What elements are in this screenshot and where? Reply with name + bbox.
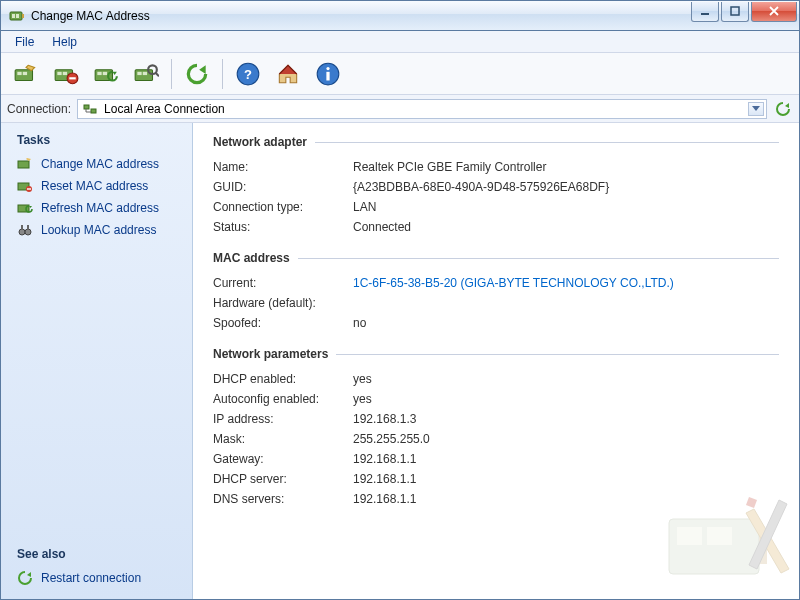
section-network-adapter: Network adapter Name:Realtek PCIe GBE Fa… [213, 135, 779, 237]
window-controls [689, 2, 797, 22]
svg-rect-9 [57, 71, 61, 74]
svg-point-23 [326, 66, 329, 69]
value-guid: {A23BDBBA-68E0-490A-9D48-575926EA68DF} [353, 180, 779, 194]
toolbar: ? [1, 53, 799, 95]
connection-value: Local Area Connection [104, 102, 225, 116]
titlebar[interactable]: Change MAC Address [1, 1, 799, 31]
seealso-header: See also [17, 547, 184, 561]
svg-rect-12 [69, 77, 76, 79]
toolbar-separator [222, 59, 223, 89]
svg-rect-2 [16, 14, 19, 18]
menubar: File Help [1, 31, 799, 53]
label-name: Name: [213, 160, 353, 174]
svg-rect-25 [84, 105, 89, 109]
value-gateway: 192.168.1.1 [353, 452, 779, 466]
value-hardware [353, 296, 779, 310]
network-icon [82, 101, 98, 117]
value-status: Connected [353, 220, 779, 234]
label-guid: GUID: [213, 180, 353, 194]
connection-row: Connection: Local Area Connection [1, 95, 799, 123]
app-icon [9, 8, 25, 24]
minimize-button[interactable] [691, 2, 719, 22]
svg-text:?: ? [244, 67, 252, 82]
label-dhcp-enabled: DHCP enabled: [213, 372, 353, 386]
section-title: MAC address [213, 251, 290, 265]
value-spoofed: no [353, 316, 779, 330]
tasks-header: Tasks [17, 133, 184, 147]
toolbar-home-button[interactable] [269, 56, 307, 92]
restart-icon [17, 570, 33, 586]
svg-rect-37 [677, 527, 702, 545]
app-window: Change MAC Address File Help ? [0, 0, 800, 600]
value-dhcp-server: 192.168.1.1 [353, 472, 779, 486]
close-button[interactable] [751, 2, 797, 22]
toolbar-change-mac-button[interactable] [7, 56, 45, 92]
value-autoconfig: yes [353, 392, 779, 406]
maximize-button[interactable] [721, 2, 749, 22]
body: Tasks Change MAC address Reset MAC addre… [1, 123, 799, 599]
sidebar-item-reset-mac[interactable]: Reset MAC address [9, 175, 184, 197]
svg-rect-36 [669, 519, 759, 574]
label-dhcp-server: DHCP server: [213, 472, 353, 486]
toolbar-about-button[interactable] [309, 56, 347, 92]
section-title: Network parameters [213, 347, 328, 361]
value-dhcp-enabled: yes [353, 372, 779, 386]
svg-rect-26 [91, 109, 96, 113]
svg-rect-6 [17, 71, 21, 74]
toolbar-lookup-mac-button[interactable] [127, 56, 165, 92]
sidebar-item-change-mac[interactable]: Change MAC address [9, 153, 184, 175]
toolbar-restart-button[interactable] [178, 56, 216, 92]
window-title: Change MAC Address [31, 9, 689, 23]
sidebar-item-restart-connection[interactable]: Restart connection [9, 567, 184, 589]
svg-rect-7 [23, 71, 27, 74]
nic-edit-icon [17, 156, 33, 172]
value-dns: 192.168.1.1 [353, 492, 779, 506]
label-autoconfig: Autoconfig enabled: [213, 392, 353, 406]
svg-rect-18 [143, 71, 147, 74]
connection-select[interactable]: Local Area Connection [77, 99, 767, 119]
toolbar-reset-mac-button[interactable] [47, 56, 85, 92]
label-mask: Mask: [213, 432, 353, 446]
sidebar: Tasks Change MAC address Reset MAC addre… [1, 123, 193, 599]
label-conntype: Connection type: [213, 200, 353, 214]
toolbar-refresh-mac-button[interactable] [87, 56, 125, 92]
sidebar-item-label: Restart connection [41, 571, 141, 585]
sidebar-item-lookup-mac[interactable]: Lookup MAC address [9, 219, 184, 241]
sidebar-item-refresh-mac[interactable]: Refresh MAC address [9, 197, 184, 219]
menu-file[interactable]: File [7, 33, 42, 51]
svg-rect-3 [701, 13, 709, 15]
nic-refresh-icon [17, 200, 33, 216]
sidebar-item-label: Change MAC address [41, 157, 159, 171]
value-current-mac[interactable]: 1C-6F-65-38-B5-20 (GIGA-BYTE TECHNOLOGY … [353, 276, 779, 290]
sidebar-item-label: Refresh MAC address [41, 201, 159, 215]
value-mask: 255.255.255.0 [353, 432, 779, 446]
svg-rect-27 [18, 161, 29, 168]
svg-rect-15 [103, 71, 107, 74]
sidebar-item-label: Reset MAC address [41, 179, 148, 193]
section-title: Network adapter [213, 135, 307, 149]
svg-rect-14 [97, 71, 101, 74]
svg-rect-10 [63, 71, 67, 74]
nic-reset-icon [17, 178, 33, 194]
svg-rect-35 [27, 225, 29, 230]
label-gateway: Gateway: [213, 452, 353, 466]
toolbar-separator [171, 59, 172, 89]
svg-rect-17 [137, 71, 141, 74]
svg-rect-24 [326, 71, 329, 80]
label-dns: DNS servers: [213, 492, 353, 506]
toolbar-help-button[interactable]: ? [229, 56, 267, 92]
value-ip: 192.168.1.3 [353, 412, 779, 426]
label-current: Current: [213, 276, 353, 290]
label-status: Status: [213, 220, 353, 234]
svg-rect-4 [731, 7, 739, 15]
label-hardware: Hardware (default): [213, 296, 353, 310]
section-mac-address: MAC address Current:1C-6F-65-38-B5-20 (G… [213, 251, 779, 333]
binoculars-icon [17, 222, 33, 238]
menu-help[interactable]: Help [44, 33, 85, 51]
section-network-parameters: Network parameters DHCP enabled:yes Auto… [213, 347, 779, 509]
chevron-down-icon[interactable] [748, 102, 764, 116]
content: Network adapter Name:Realtek PCIe GBE Fa… [193, 123, 799, 599]
sidebar-item-label: Lookup MAC address [41, 223, 156, 237]
svg-rect-1 [12, 14, 15, 18]
connection-refresh-button[interactable] [773, 99, 793, 119]
